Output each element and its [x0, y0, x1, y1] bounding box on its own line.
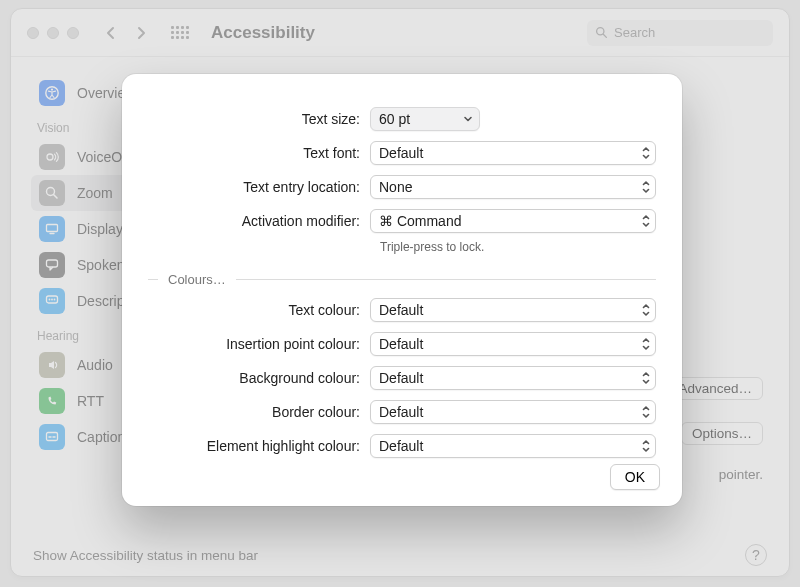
entry-location-label: Text entry location:: [148, 179, 370, 195]
text-size-label: Text size:: [148, 111, 370, 127]
text-size-value: 60 pt: [379, 111, 410, 127]
text-colour-label: Text colour:: [148, 302, 370, 318]
highlight-colour-select[interactable]: Default: [370, 434, 656, 458]
colours-section-text: Colours…: [168, 272, 226, 287]
highlight-colour-value: Default: [379, 438, 423, 454]
text-size-dropdown[interactable]: 60 pt: [370, 107, 480, 131]
activation-modifier-label: Activation modifier:: [148, 213, 370, 229]
entry-location-value: None: [379, 179, 412, 195]
highlight-colour-label: Element highlight colour:: [148, 438, 370, 454]
text-font-value: Default: [379, 145, 423, 161]
background-colour-value: Default: [379, 370, 423, 386]
updown-icon: [642, 372, 650, 384]
updown-icon: [642, 406, 650, 418]
insertion-colour-select[interactable]: Default: [370, 332, 656, 356]
updown-icon: [642, 440, 650, 452]
text-colour-value: Default: [379, 302, 423, 318]
chevron-down-icon: [463, 114, 473, 124]
border-colour-select[interactable]: Default: [370, 400, 656, 424]
background-colour-label: Background colour:: [148, 370, 370, 386]
updown-icon: [642, 147, 650, 159]
updown-icon: [642, 215, 650, 227]
updown-icon: [642, 304, 650, 316]
text-font-select[interactable]: Default: [370, 141, 656, 165]
activation-modifier-select[interactable]: ⌘ Command: [370, 209, 656, 233]
activation-hint: Triple-press to lock.: [380, 240, 656, 254]
ok-button[interactable]: OK: [610, 464, 660, 490]
text-font-label: Text font:: [148, 145, 370, 161]
entry-location-select[interactable]: None: [370, 175, 656, 199]
insertion-colour-label: Insertion point colour:: [148, 336, 370, 352]
activation-modifier-value: ⌘ Command: [379, 213, 461, 229]
background-colour-select[interactable]: Default: [370, 366, 656, 390]
border-colour-value: Default: [379, 404, 423, 420]
updown-icon: [642, 181, 650, 193]
insertion-colour-value: Default: [379, 336, 423, 352]
hover-text-options-sheet: Text size: 60 pt Text font: Default: [122, 74, 682, 506]
text-colour-select[interactable]: Default: [370, 298, 656, 322]
border-colour-label: Border colour:: [148, 404, 370, 420]
colours-section-label: Colours…: [148, 272, 656, 287]
updown-icon: [642, 338, 650, 350]
